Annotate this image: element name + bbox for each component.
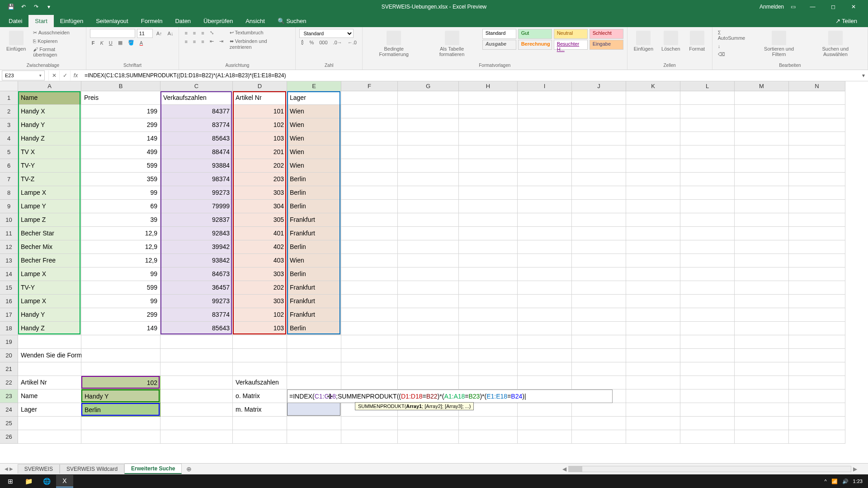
cell[interactable] [518, 240, 572, 254]
cell[interactable] [735, 200, 789, 213]
cell[interactable] [459, 362, 518, 376]
browser-icon[interactable]: 🌐 [38, 475, 55, 488]
row-header-15[interactable]: 15 [0, 281, 18, 295]
cell[interactable] [789, 389, 845, 403]
cell[interactable] [398, 240, 459, 254]
cell[interactable] [518, 295, 572, 308]
cell[interactable] [735, 295, 789, 308]
cell[interactable]: Lager [18, 403, 81, 417]
cell[interactable]: Becher Star [18, 227, 81, 240]
cell[interactable] [459, 118, 518, 132]
cell[interactable] [735, 254, 789, 267]
cell[interactable] [735, 118, 789, 132]
close-button[interactable]: ✕ [843, 0, 863, 14]
cell[interactable] [789, 240, 845, 254]
orientation-icon[interactable]: ⤡ [208, 29, 216, 37]
cell[interactable] [398, 254, 459, 267]
add-sheet-button[interactable]: ⊕ [182, 465, 196, 473]
cell[interactable] [459, 105, 518, 118]
cell[interactable]: 359 [81, 173, 160, 186]
cell[interactable]: m. Matrix [233, 403, 287, 417]
cell[interactable] [572, 267, 626, 281]
cell[interactable] [680, 200, 735, 213]
cell[interactable] [626, 349, 680, 362]
ribbon-display-icon[interactable]: ▭ [791, 4, 796, 10]
cell[interactable] [680, 186, 735, 200]
cell[interactable] [626, 308, 680, 322]
cell[interactable]: 102 [233, 118, 287, 132]
style-schlecht[interactable]: Schlecht [590, 29, 623, 39]
cell[interactable]: Wien [287, 159, 341, 173]
autosum-button[interactable]: Σ AutoSumme [716, 29, 751, 42]
cell[interactable] [789, 118, 845, 132]
cell[interactable] [572, 132, 626, 145]
cell[interactable] [626, 186, 680, 200]
cell[interactable] [789, 186, 845, 200]
cell[interactable] [341, 145, 398, 159]
cell[interactable] [626, 145, 680, 159]
row-header-2[interactable]: 2 [0, 105, 18, 118]
cell[interactable] [518, 105, 572, 118]
cell[interactable] [398, 186, 459, 200]
cell[interactable] [459, 281, 518, 295]
cell[interactable]: Handy Y [18, 118, 81, 132]
row-header-19[interactable]: 19 [0, 335, 18, 349]
minimize-button[interactable]: — [802, 0, 823, 14]
cell[interactable]: 303 [233, 295, 287, 308]
cell[interactable] [626, 254, 680, 267]
column-header-g[interactable]: G [398, 81, 459, 91]
cell[interactable] [680, 213, 735, 227]
cell[interactable] [518, 376, 572, 389]
cell[interactable] [572, 213, 626, 227]
cell[interactable] [735, 159, 789, 173]
cell[interactable]: 305 [233, 213, 287, 227]
cell[interactable] [341, 417, 398, 430]
cell[interactable]: Berlin [287, 240, 341, 254]
cell[interactable] [789, 281, 845, 295]
cell[interactable] [680, 335, 735, 349]
cell[interactable] [518, 430, 572, 444]
cell[interactable]: 103 [233, 132, 287, 145]
cell[interactable] [789, 132, 845, 145]
row-header-11[interactable]: 11 [0, 227, 18, 240]
cell[interactable] [572, 349, 626, 362]
cell[interactable] [398, 417, 459, 430]
cell[interactable]: 83774 [160, 118, 233, 132]
cell[interactable]: Artikel Nr [233, 91, 287, 105]
volume-icon[interactable]: 🔊 [842, 479, 849, 484]
tell-me-search[interactable]: 🔍 Suchen [271, 15, 313, 27]
cell[interactable] [680, 308, 735, 322]
cell[interactable]: Berlin [287, 267, 341, 281]
cell[interactable] [789, 227, 845, 240]
cell[interactable] [398, 105, 459, 118]
cell[interactable]: 101 [233, 105, 287, 118]
cell[interactable] [81, 349, 160, 362]
cell[interactable] [341, 335, 398, 349]
cell[interactable] [626, 322, 680, 335]
cut-button[interactable]: ✂ Ausschneiden [31, 29, 82, 37]
column-header-a[interactable]: A [18, 81, 81, 91]
cell[interactable]: Lampe Z [18, 213, 81, 227]
cell[interactable] [459, 322, 518, 335]
cell[interactable]: Frankfurt [287, 227, 341, 240]
cell[interactable] [735, 267, 789, 281]
cell[interactable] [518, 159, 572, 173]
cell[interactable] [81, 417, 160, 430]
cell[interactable] [735, 240, 789, 254]
cell[interactable] [735, 91, 789, 105]
cell[interactable] [160, 362, 233, 376]
cell[interactable] [789, 376, 845, 389]
cell[interactable]: 102 [233, 308, 287, 322]
indent-increase-icon[interactable]: ⇥ [217, 38, 225, 45]
align-bottom-icon[interactable]: ≡ [199, 29, 206, 37]
cell[interactable] [459, 173, 518, 186]
row-header-3[interactable]: 3 [0, 118, 18, 132]
cell[interactable] [341, 159, 398, 173]
cell[interactable] [789, 349, 845, 362]
cell[interactable] [626, 403, 680, 417]
cell[interactable] [789, 430, 845, 444]
cell[interactable]: 99 [81, 267, 160, 281]
style-ausgabe[interactable]: Ausgabe [482, 40, 516, 50]
cell[interactable] [680, 173, 735, 186]
tab-start[interactable]: Start [28, 15, 53, 27]
